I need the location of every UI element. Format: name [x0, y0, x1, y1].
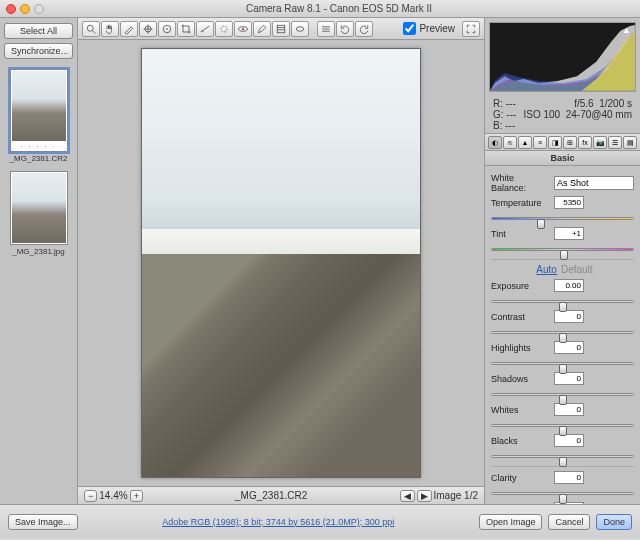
- thumbnail-2[interactable]: [10, 171, 68, 245]
- shadows-slider[interactable]: [491, 388, 634, 400]
- graduated-filter-tool-icon[interactable]: [272, 21, 290, 37]
- temperature-slider[interactable]: [491, 212, 634, 224]
- temperature-input[interactable]: [554, 196, 584, 209]
- zoom-out-button[interactable]: −: [84, 490, 97, 502]
- highlights-input[interactable]: [554, 341, 584, 354]
- svg-line-7: [201, 26, 210, 32]
- shadows-label: Shadows: [491, 374, 551, 384]
- prefs-tool-icon[interactable]: [317, 21, 335, 37]
- exif-g: G: ---: [493, 109, 516, 120]
- select-all-button[interactable]: Select All: [4, 23, 73, 39]
- traffic-lights: [6, 4, 44, 14]
- rotate-ccw-icon[interactable]: [336, 21, 354, 37]
- svg-line-8: [202, 30, 204, 32]
- tint-input[interactable]: [554, 227, 584, 240]
- bottom-bar: Save Image... Adobe RGB (1998); 8 bit; 3…: [0, 504, 640, 538]
- filmstrip: Select All Synchronize... · · · · · _MG_…: [0, 18, 78, 504]
- whites-slider[interactable]: [491, 419, 634, 431]
- wb-select[interactable]: As Shot: [554, 176, 634, 190]
- hand-tool-icon[interactable]: [101, 21, 119, 37]
- tab-detail[interactable]: ▲: [518, 136, 532, 149]
- tab-camera[interactable]: 📷: [593, 136, 607, 149]
- exposure-slider[interactable]: [491, 295, 634, 307]
- tab-hsl[interactable]: ≡: [533, 136, 547, 149]
- contrast-slider[interactable]: [491, 326, 634, 338]
- preview-label: Preview: [419, 23, 455, 34]
- thumbnail-2-label: _MG_2381.jpg: [4, 247, 73, 256]
- zoom-in-button[interactable]: +: [130, 490, 143, 502]
- exif-b: B: ---: [493, 120, 516, 131]
- fullscreen-icon[interactable]: [462, 21, 480, 37]
- titlebar: Camera Raw 8.1 - Canon EOS 5D Mark II: [0, 0, 640, 18]
- basic-panel: White Balance: As Shot Temperature Tint …: [485, 166, 640, 504]
- image-canvas[interactable]: [78, 40, 484, 486]
- svg-point-6: [166, 28, 168, 30]
- spot-removal-tool-icon[interactable]: [215, 21, 233, 37]
- svg-point-0: [87, 25, 93, 31]
- synchronize-button[interactable]: Synchronize...: [4, 43, 73, 59]
- adjustment-brush-tool-icon[interactable]: [253, 21, 271, 37]
- right-panel: ▲ R: --- G: --- B: --- f/5.6 1/200 s ISO…: [484, 18, 640, 504]
- clarity-input[interactable]: [554, 471, 584, 484]
- color-sampler-tool-icon[interactable]: [139, 21, 157, 37]
- zoom-level: 14.4%: [99, 490, 127, 501]
- vibrance-label: Vibrance: [491, 504, 551, 505]
- tab-basic[interactable]: ◐: [488, 136, 502, 149]
- cancel-button[interactable]: Cancel: [548, 514, 590, 530]
- svg-point-9: [221, 26, 227, 32]
- tab-lens[interactable]: ⊞: [563, 136, 577, 149]
- highlight-clip-icon[interactable]: ▲: [622, 25, 631, 35]
- blacks-input[interactable]: [554, 434, 584, 447]
- image-index: Image 1/2: [434, 490, 478, 501]
- histogram[interactable]: ▲: [489, 22, 636, 92]
- close-icon[interactable]: [6, 4, 16, 14]
- thumbnail-1-label: _MG_2381.CR2: [4, 154, 73, 163]
- rotate-cw-icon[interactable]: [355, 21, 373, 37]
- tint-slider[interactable]: [491, 243, 634, 255]
- exposure-input[interactable]: [554, 279, 584, 292]
- straighten-tool-icon[interactable]: [196, 21, 214, 37]
- preview-image: [141, 48, 421, 478]
- rating-dots: · · · · ·: [12, 143, 66, 150]
- radial-filter-tool-icon[interactable]: [291, 21, 309, 37]
- highlights-label: Highlights: [491, 343, 551, 353]
- tab-fx[interactable]: fx: [578, 136, 592, 149]
- exif-iso: ISO 100: [523, 109, 560, 120]
- tab-snapshots[interactable]: ▤: [623, 136, 637, 149]
- highlights-slider[interactable]: [491, 357, 634, 369]
- thumbnail-1[interactable]: · · · · ·: [10, 69, 68, 152]
- blacks-slider[interactable]: [491, 450, 634, 462]
- tab-split[interactable]: ◨: [548, 136, 562, 149]
- redeye-tool-icon[interactable]: [234, 21, 252, 37]
- save-image-button[interactable]: Save Image...: [8, 514, 78, 530]
- thumbnail-image: [12, 173, 66, 243]
- target-adjust-tool-icon[interactable]: [158, 21, 176, 37]
- tab-curves[interactable]: ⎋: [503, 136, 517, 149]
- zoom-tool-icon[interactable]: [82, 21, 100, 37]
- preview-checkbox[interactable]: [403, 22, 416, 35]
- open-image-button[interactable]: Open Image: [479, 514, 543, 530]
- panel-tabs: ◐ ⎋ ▲ ≡ ◨ ⊞ fx 📷 ☰ ▤: [485, 133, 640, 151]
- crop-tool-icon[interactable]: [177, 21, 195, 37]
- done-button[interactable]: Done: [596, 514, 632, 530]
- minimize-icon[interactable]: [20, 4, 30, 14]
- temperature-label: Temperature: [491, 198, 551, 208]
- thumbnail-image: [12, 71, 66, 141]
- svg-point-11: [242, 27, 244, 29]
- white-balance-tool-icon[interactable]: [120, 21, 138, 37]
- tab-presets[interactable]: ☰: [608, 136, 622, 149]
- contrast-input[interactable]: [554, 310, 584, 323]
- clarity-slider[interactable]: [491, 487, 634, 499]
- shadows-input[interactable]: [554, 372, 584, 385]
- exif-r: R: ---: [493, 98, 516, 109]
- tint-label: Tint: [491, 229, 551, 239]
- panel-header: Basic: [485, 151, 640, 166]
- next-image-button[interactable]: ▶: [417, 490, 432, 502]
- contrast-label: Contrast: [491, 312, 551, 322]
- exif-aperture: f/5.6: [574, 98, 593, 109]
- svg-line-1: [93, 30, 96, 33]
- workflow-link[interactable]: Adobe RGB (1998); 8 bit; 3744 by 5616 (2…: [84, 517, 473, 527]
- whites-input[interactable]: [554, 403, 584, 416]
- auto-link[interactable]: Auto: [536, 264, 557, 275]
- prev-image-button[interactable]: ◀: [400, 490, 415, 502]
